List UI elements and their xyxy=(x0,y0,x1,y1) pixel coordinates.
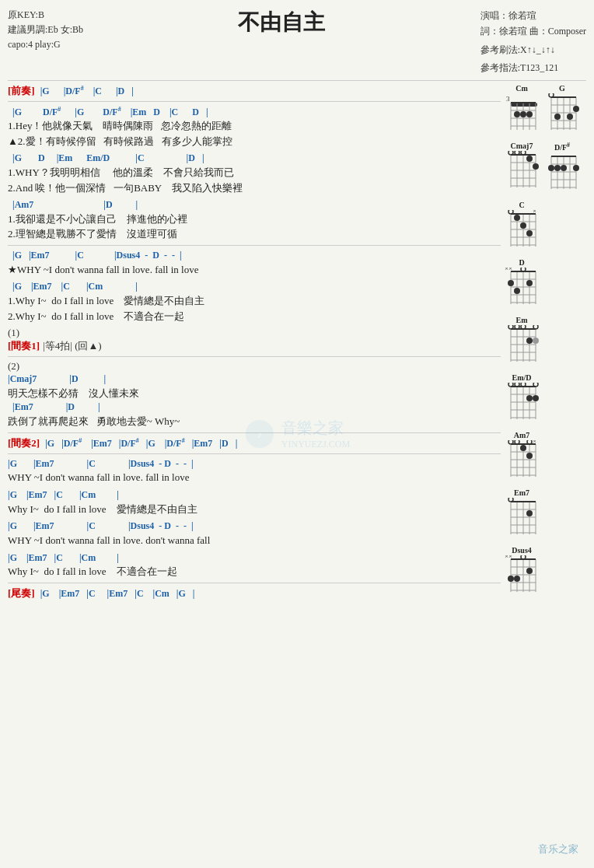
ch2c-chords: |G |Em7 |C |Dsus4 - D - - | xyxy=(8,520,501,533)
header-center: 不由自主 xyxy=(83,8,480,37)
svg-point-86 xyxy=(526,280,533,286)
svg-point-159 xyxy=(508,576,514,582)
chord-am7-svg: × xyxy=(505,440,539,481)
svg-point-101 xyxy=(526,338,533,344)
section-chorus1a: |G |Em7 |C |Dsus4 - D - - | ★WHY ~I don'… xyxy=(8,249,501,277)
intro-label: [前奏] xyxy=(8,84,35,98)
intro-chords: |G |D/F# |C |D | xyxy=(38,84,134,98)
ch2c-lyric: WHY ~I don't wanna fall in love. don't w… xyxy=(8,533,501,548)
ch1b-lyric1: 1.Why I~ do I fall in love 愛情總是不由自主 xyxy=(8,293,501,309)
chord-dfsharp-svg xyxy=(545,152,579,193)
section-intro: [前奏] |G |D/F# |C |D | xyxy=(8,84,501,98)
svg-point-11 xyxy=(514,111,520,117)
header-left: 原KEY:B 建議男調:Eb 女:Bb capo:4 play:G xyxy=(8,8,83,53)
v1b-lyric2: 2.And 唉！他一個深情 一句BABY 我又陷入快樂裡 xyxy=(8,180,501,196)
chord-dfsharp-title: D/F# xyxy=(545,142,579,152)
ch2a-chords: |G |Em7 |C |Dsus4 - D - - | xyxy=(8,457,501,471)
outro-label: [尾奏] xyxy=(8,586,35,600)
section-bridge: (2) |Cmaj7 |D | 明天怎樣不必猜 沒人懂未來 |Em7 |D | … xyxy=(8,360,501,429)
svg-point-133 xyxy=(520,445,526,451)
svg-point-54 xyxy=(554,165,561,171)
svg-point-102 xyxy=(533,338,539,344)
svg-point-117 xyxy=(533,395,539,401)
section-chorus2a: |G |Em7 |C |Dsus4 - D - - | WHY ~I don't… xyxy=(8,457,501,485)
chord-cmaj7: Cmaj7 xyxy=(505,142,539,196)
header: 原KEY:B 建議男調:Eb 女:Bb capo:4 play:G 不由自主 演… xyxy=(8,8,586,76)
interlude1-detail: |等4拍| (回▲) xyxy=(43,339,101,353)
section-verse1a: |G D/F# |G D/F# |Em D |C D | 1.Hey！他就像天氣… xyxy=(8,105,501,149)
svg-point-70 xyxy=(520,222,526,229)
chord-diagrams: Cm 3 xyxy=(501,84,586,604)
v1a-lyric2: ▲2.愛！有時候停留 有時候路過 有多少人能掌控 xyxy=(8,134,501,149)
section-interlude1: (1) [間奏1] |等4拍| (回▲) xyxy=(8,327,501,353)
chord-am7-title: Am7 xyxy=(505,431,539,439)
chord-row-2: Cmaj7 xyxy=(505,142,586,196)
svg-point-116 xyxy=(526,395,533,401)
chord-dsus4: Dsus4 ×× xyxy=(505,546,539,599)
chord-em-title: Em xyxy=(505,316,539,324)
song-title: 不由自主 xyxy=(83,8,480,37)
svg-point-69 xyxy=(514,215,520,221)
svg-point-146 xyxy=(526,510,533,516)
footer-watermark: 音乐之家 xyxy=(538,842,578,856)
chord-em7-title: Em7 xyxy=(505,488,539,497)
chord-em-svg xyxy=(505,325,539,366)
svg-point-27 xyxy=(573,106,579,112)
interlude1-number: (1) xyxy=(8,327,501,339)
v1c-lyric2: 2.理智總是戰勝不了愛情 沒道理可循 xyxy=(8,226,501,242)
chord-emd-svg xyxy=(505,383,539,423)
svg-point-25 xyxy=(554,114,561,120)
chord-g-title: G xyxy=(545,84,579,93)
svg-point-55 xyxy=(561,165,567,171)
chord-c: C × xyxy=(505,201,539,254)
svg-point-84 xyxy=(508,280,514,286)
bridge-number: (2) xyxy=(8,360,501,373)
chord-c-title: C xyxy=(505,201,539,209)
section-verse1b: |G D |Em Em/D |C |D | 1.WHY？我明明相信 他的溫柔 不… xyxy=(8,152,501,195)
bridge-lyric2: 跌倒了就再爬起來 勇敢地去愛~ Why~ xyxy=(8,414,501,429)
ch2a-lyric: WHY ~I don't wanna fall in love. fall in… xyxy=(8,470,501,485)
svg-point-161 xyxy=(526,568,533,574)
chord-row-6: Em/D xyxy=(505,373,586,426)
ch1a-chords: |G |Em7 |C |Dsus4 - D - - | xyxy=(8,249,501,262)
svg-point-134 xyxy=(526,453,533,459)
ch1b-lyric2: 2.Why I~ do I fall in love 不適合在一起 xyxy=(8,309,501,324)
svg-point-53 xyxy=(548,165,554,171)
interlude2-label: [間奏2] xyxy=(8,436,40,450)
chord-am7: Am7 × xyxy=(505,431,539,484)
svg-point-160 xyxy=(514,576,520,582)
ch1a-lyric: ★WHY ~I don't wanna fall in love. fall i… xyxy=(8,262,501,278)
svg-point-42 xyxy=(533,163,539,170)
chord-em7-svg xyxy=(505,498,539,538)
strum2: 參考指法:T123_121 xyxy=(480,60,586,75)
header-right: 演唱：徐若瑄 詞：徐若瑄 曲：Composer 參考刷法:X↑↓_↓↑↓ 參考指… xyxy=(480,8,586,76)
ch2d-lyric: Why I~ do I fall in love 不適合在一起 xyxy=(8,564,501,579)
svg-point-71 xyxy=(526,230,533,236)
chord-cm-svg: 3 xyxy=(505,93,539,134)
chord-dfsharp: D/F# xyxy=(545,142,579,196)
chord-g-svg xyxy=(545,93,579,134)
chord-cm: Cm 3 xyxy=(505,84,539,137)
section-interlude2: [間奏2] |G |D/F# |Em7 |D/F# |G |D/F# |Em7 … xyxy=(8,436,501,450)
v1a-lyric1: 1.Hey！他就像天氣 晴時偶陳雨 忽冷忽熱的距離 xyxy=(8,118,501,134)
chord-dsus4-title: Dsus4 xyxy=(505,546,539,555)
section-verse1c: |Am7 |D | 1.我卻還是不小心讓自己 摔進他的心裡 2.理智總是戰勝不了… xyxy=(8,198,501,242)
v1b-chords: |G D |Em Em/D |C |D | xyxy=(8,152,501,165)
section-outro: [尾奏] |G |Em7 |C |Em7 |C |Cm |G | xyxy=(8,586,501,600)
capo-info: capo:4 play:G xyxy=(8,37,83,52)
chord-d-title: D xyxy=(505,258,539,267)
svg-point-12 xyxy=(520,111,526,117)
chord-row-3: C × xyxy=(505,201,586,254)
interlude2-chords: |G |D/F# |Em7 |D/F# |G |D/F# |Em7 |D | xyxy=(43,436,237,450)
chord-row-5: Em xyxy=(505,316,586,369)
interlude1-label: [間奏1] xyxy=(8,339,40,353)
svg-point-24 xyxy=(549,93,554,97)
page: 原KEY:B 建議男調:Eb 女:Bb capo:4 play:G 不由自主 演… xyxy=(0,0,594,868)
svg-text:3: 3 xyxy=(506,95,510,103)
v1c-lyric1: 1.我卻還是不小心讓自己 摔進他的心裡 xyxy=(8,212,501,227)
main-content: [前奏] |G |D/F# |C |D | |G D/F# |G D/F# |E… xyxy=(8,84,586,604)
svg-point-41 xyxy=(526,156,533,162)
v1a-chords: |G D/F# |G D/F# |Em D |C D | xyxy=(8,105,501,119)
chord-em: Em xyxy=(505,316,539,369)
svg-point-118 xyxy=(533,383,538,387)
